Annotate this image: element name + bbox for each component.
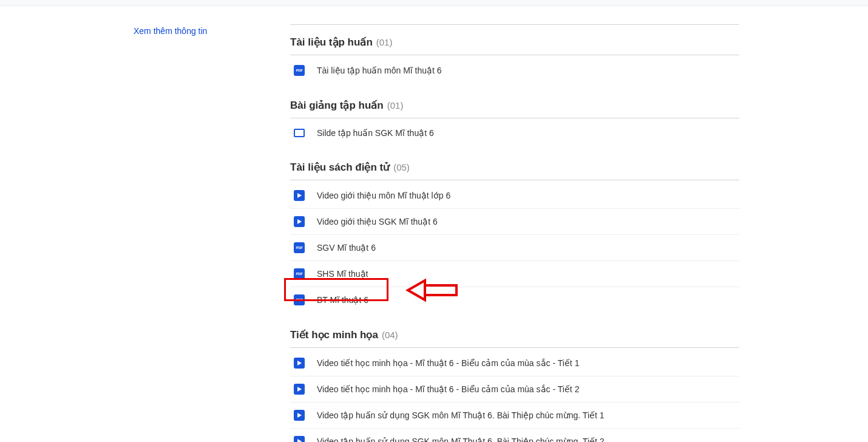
section-count: (05): [393, 162, 410, 172]
slide-icon: [294, 129, 305, 137]
list-item[interactable]: PDFSHS Mĩ thuật: [290, 261, 739, 287]
section-title: Bài giảng tập huấn: [290, 99, 384, 112]
page-container: Xem thêm thông tin Tài liệu tập huấn(01)…: [0, 6, 868, 442]
list-item[interactable]: Video tiết học minh họa - Mĩ thuật 6 - B…: [290, 376, 739, 403]
section-header: Tài liệu sách điện tử(05): [290, 156, 739, 180]
section-header: Tài liệu tập huấn(01): [290, 31, 739, 55]
section-title: Tài liệu sách điện tử: [290, 161, 390, 174]
list-item-label: Video tập huấn sử dụng SGK môn Mĩ Thuật …: [317, 410, 605, 420]
list-item[interactable]: Video tập huấn sử dụng SGK môn Mĩ Thuật …: [290, 403, 739, 429]
video-icon: [294, 384, 305, 395]
pdf-icon: PDF: [294, 268, 305, 279]
pdf-icon: PDF: [294, 65, 305, 76]
list-item[interactable]: Video giới thiệu SGK Mĩ thuật 6: [290, 209, 739, 235]
list-item-label: Tài liệu tập huấn môn Mĩ thuật 6: [317, 66, 442, 75]
list-item-label: SHS Mĩ thuật: [317, 269, 368, 279]
list-item-label: BT Mĩ thuật 6: [317, 295, 368, 305]
video-icon: [294, 358, 305, 369]
video-icon: [294, 436, 305, 442]
list-item-label: Video tiết học minh họa - Mĩ thuật 6 - B…: [317, 358, 579, 368]
section-title: Tài liệu tập huấn: [290, 36, 373, 49]
top-bar: [0, 0, 868, 6]
section-count: (04): [382, 330, 398, 340]
list-item-label: SGV Mĩ thuật 6: [317, 243, 376, 253]
pdf-icon: PDF: [294, 242, 305, 253]
more-info-link[interactable]: Xem thêm thông tin: [134, 26, 207, 36]
video-icon: [294, 190, 305, 201]
section-header: Tiết học minh họa(04): [290, 324, 739, 348]
list-item[interactable]: Video giới thiệu môn Mĩ thuật lớp 6: [290, 183, 739, 209]
list-item-label: Video tiết học minh họa - Mĩ thuật 6 - B…: [317, 384, 579, 394]
pdf-icon: PDF: [294, 294, 305, 305]
section: Tiết học minh họa(04)Video tiết học minh…: [290, 324, 739, 442]
sidebar: Xem thêm thông tin: [0, 18, 290, 442]
section-header: Bài giảng tập huấn(01): [290, 94, 739, 118]
list-item-label: Silde tập huấn SGK Mĩ thuật 6: [317, 128, 434, 138]
video-icon: [294, 410, 305, 421]
list-item-label: Video giới thiệu môn Mĩ thuật lớp 6: [317, 191, 450, 200]
list-item[interactable]: Video tập huấn sử dụng SGK môn Mĩ Thuật …: [290, 429, 739, 442]
list-item-label: Video giới thiệu SGK Mĩ thuật 6: [317, 217, 438, 226]
video-icon: [294, 216, 305, 227]
list-item[interactable]: Video tiết học minh họa - Mĩ thuật 6 - B…: [290, 350, 739, 376]
section-count: (01): [376, 37, 393, 47]
section-count: (01): [387, 100, 404, 110]
list-item[interactable]: Silde tập huấn SGK Mĩ thuật 6: [290, 121, 739, 145]
truncated-section-header: [290, 18, 739, 25]
list-item[interactable]: PDFBT Mĩ thuật 6: [290, 287, 739, 313]
list-item[interactable]: PDFTài liệu tập huấn môn Mĩ thuật 6: [290, 58, 739, 83]
section: Bài giảng tập huấn(01)Silde tập huấn SGK…: [290, 94, 739, 145]
section: Tài liệu sách điện tử(05)Video giới thiệ…: [290, 156, 739, 313]
main-content: Tài liệu tập huấn(01)PDFTài liệu tập huấ…: [290, 18, 739, 442]
section: Tài liệu tập huấn(01)PDFTài liệu tập huấ…: [290, 31, 739, 83]
section-title: Tiết học minh họa: [290, 328, 378, 341]
list-item-label: Video tập huấn sử dụng SGK môn Mĩ Thuật …: [317, 437, 605, 442]
list-item[interactable]: PDFSGV Mĩ thuật 6: [290, 235, 739, 261]
